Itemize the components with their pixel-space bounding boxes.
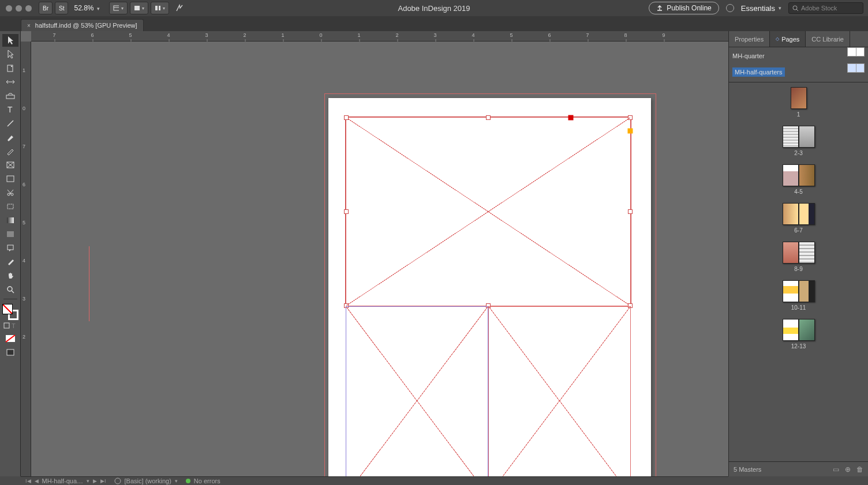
page-tool[interactable] [2, 62, 18, 74]
svg-rect-4 [159, 6, 160, 10]
svg-point-5 [793, 6, 797, 10]
svg-rect-14 [7, 176, 14, 182]
direct-selection-tool[interactable] [2, 48, 18, 61]
preflight-profile-label[interactable]: [Basic] (working) [125, 478, 171, 484]
canvas[interactable] [31, 42, 728, 476]
app-title: Adobe InDesign 2019 [398, 4, 470, 13]
horizontal-ruler[interactable]: 76543210123456789 [31, 31, 728, 42]
publish-online-button[interactable]: Publish Online [649, 2, 719, 14]
no-errors-icon [186, 479, 190, 483]
svg-rect-3 [155, 6, 158, 10]
gradient-swatch-tool[interactable] [2, 214, 18, 227]
svg-rect-2 [134, 6, 140, 10]
next-spread-button[interactable]: ▶ [93, 478, 97, 484]
spread-4-5[interactable]: 4-5 [729, 164, 868, 195]
gradient-feather-tool[interactable] [2, 228, 18, 240]
gpu-performance-icon[interactable] [171, 2, 188, 14]
new-page-icon[interactable]: ⊕ [845, 465, 851, 473]
reference-point-icon[interactable] [568, 115, 573, 121]
spread-1[interactable]: 1 [729, 87, 868, 118]
zoom-level-dropdown[interactable]: 52.8% [69, 4, 108, 12]
adobe-stock-search-input[interactable]: Adobe Stock [788, 2, 863, 14]
spread-label: 1 [797, 111, 800, 118]
tab-cc-libraries[interactable]: CC Librarie [806, 31, 850, 47]
close-tab-icon[interactable]: × [27, 22, 31, 29]
master-label: MH-quarter [732, 52, 765, 59]
spread-8-9[interactable]: 8-9 [729, 242, 868, 272]
prev-spread-button[interactable]: ◀ [35, 478, 39, 484]
graphic-frame-bottom-right[interactable] [488, 306, 631, 476]
type-tool[interactable]: T [2, 103, 18, 116]
document-tab-label: halfstuff.indd @ 53% [GPU Preview] [35, 22, 137, 29]
rectangle-frame-tool[interactable] [2, 159, 18, 171]
tab-pages[interactable]: Pages [770, 31, 806, 47]
pasteboard-guide[interactable] [89, 246, 89, 321]
tips-icon[interactable] [726, 4, 734, 12]
svg-rect-20 [8, 245, 13, 250]
page[interactable] [328, 98, 651, 476]
svg-rect-18 [7, 217, 14, 223]
last-spread-button[interactable]: ▶I [100, 478, 106, 484]
bridge-button[interactable]: Br [39, 2, 53, 14]
status-bar: I◀ ◀ MH-half-qua… ▾ ▶ ▶I [Basic] (workin… [21, 476, 728, 485]
spread-12-13[interactable]: 12-13 [729, 319, 868, 349]
eyedropper-tool[interactable] [2, 255, 18, 268]
errors-label[interactable]: No errors [194, 478, 220, 484]
master-thumb-icon [847, 47, 865, 57]
handle-top-right[interactable] [628, 115, 633, 120]
panel-tabs: Properties Pages CC Librarie [729, 31, 868, 47]
spread-10-11[interactable]: 10-11 [729, 280, 868, 311]
view-mode-toggle[interactable] [2, 346, 18, 359]
fill-stroke-swatch[interactable] [2, 304, 18, 320]
spread-6-7[interactable]: 6-7 [729, 203, 868, 234]
content-collector-tool[interactable] [2, 89, 18, 102]
svg-rect-19 [7, 231, 14, 237]
free-transform-tool[interactable] [2, 200, 18, 213]
handle-top-center[interactable] [486, 115, 491, 120]
apply-color-button[interactable] [2, 332, 18, 345]
formatting-container-toggle[interactable]: T [2, 321, 18, 331]
note-tool[interactable] [2, 242, 18, 254]
view-options-dropdown[interactable] [109, 2, 128, 14]
pen-tool[interactable] [2, 131, 18, 144]
chevron-down-icon[interactable]: ▾ [87, 478, 89, 484]
graphic-frame-top[interactable] [346, 117, 631, 306]
tab-properties[interactable]: Properties [729, 31, 770, 47]
document-tab[interactable]: × halfstuff.indd @ 53% [GPU Preview] [21, 19, 144, 31]
master-mh-quarter[interactable]: MH-quarter [732, 50, 865, 62]
svg-rect-8 [6, 95, 14, 99]
handle-top-left[interactable] [344, 115, 349, 120]
stock-button[interactable]: St [55, 2, 68, 14]
workspace-switcher[interactable]: Essentials [741, 4, 781, 13]
handle-mid-right[interactable] [628, 209, 633, 214]
vertical-ruler[interactable]: 10765432 [21, 42, 31, 476]
svg-text:T: T [8, 106, 13, 114]
edit-page-size-icon[interactable]: ▭ [833, 465, 839, 473]
arrange-documents-dropdown[interactable] [151, 2, 169, 14]
zoom-tool[interactable] [2, 283, 18, 296]
window-traffic-lights[interactable] [0, 5, 38, 12]
rectangle-tool[interactable] [2, 172, 18, 185]
scissors-tool[interactable] [2, 186, 18, 199]
svg-point-21 [8, 287, 12, 291]
selection-tool[interactable] [2, 34, 18, 47]
screen-mode-dropdown[interactable] [130, 2, 148, 14]
upload-icon [656, 5, 663, 12]
first-spread-button[interactable]: I◀ [25, 478, 31, 484]
frame-bl-overlay [346, 306, 488, 476]
delete-page-icon[interactable]: 🗑 [856, 465, 863, 473]
spread-2-3[interactable]: 2-3 [729, 126, 868, 156]
master-mh-half-quarters[interactable]: MH-half-quarters [732, 66, 865, 78]
hand-tool[interactable] [2, 269, 18, 282]
content-grabber-icon[interactable] [628, 129, 633, 134]
spread-label: 10-11 [791, 304, 806, 311]
handle-mid-left[interactable] [344, 209, 349, 214]
document-workarea[interactable]: 76543210123456789 10765432 [21, 31, 728, 476]
spread-label: 8-9 [794, 266, 802, 272]
page-thumbnails[interactable]: 1 2-3 4-5 6-7 [729, 82, 868, 461]
line-tool[interactable] [2, 117, 18, 130]
svg-rect-27 [7, 349, 14, 355]
pencil-tool[interactable] [2, 145, 18, 157]
gap-tool[interactable] [2, 76, 18, 88]
page-navigator-dropdown[interactable]: MH-half-qua… [42, 478, 84, 484]
